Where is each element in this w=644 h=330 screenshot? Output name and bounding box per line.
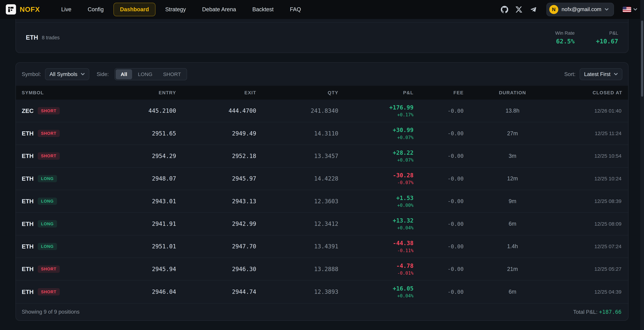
table-row[interactable]: ETH LONG 2943.01 2943.13 12.3603 +1.53 +…	[16, 190, 628, 213]
row-pnl: +1.53 +0.00%	[344, 195, 419, 208]
row-pnl-percent: +0.04%	[350, 225, 414, 230]
row-fee: -0.00	[419, 266, 470, 272]
github-icon[interactable]	[501, 6, 508, 13]
summary-trades-count: 8 trades	[42, 35, 60, 41]
table-row[interactable]: ETH LONG 2941.91 2942.99 12.3412 +13.32 …	[16, 213, 628, 235]
row-entry: 445.2100	[94, 107, 182, 114]
row-fee: -0.00	[419, 153, 470, 159]
side-filter-long[interactable]: LONG	[133, 69, 157, 79]
row-pnl-percent: +0.07%	[350, 135, 414, 140]
row-pnl: -30.28 -0.07%	[344, 172, 419, 185]
row-qty: 12.3412	[262, 220, 344, 227]
user-email: nofx@gmail.com	[562, 6, 601, 13]
row-duration: 27m	[470, 130, 556, 137]
row-closed-at: 12/25 04:39	[556, 289, 628, 295]
nav-item-debate-arena[interactable]: Debate Arena	[196, 3, 243, 17]
side-badge: LONG	[38, 220, 57, 227]
table-body: ZEC SHORT 445.2100 444.4700 241.8340 +17…	[16, 100, 628, 303]
nav-item-backtest[interactable]: Backtest	[246, 3, 280, 17]
row-symbol: ETH	[22, 243, 34, 250]
side-badge: LONG	[38, 175, 57, 182]
row-pnl: +16.05 +0.04%	[344, 285, 419, 298]
row-entry: 2943.01	[94, 198, 182, 205]
table-row[interactable]: ETH SHORT 2946.04 2944.74 12.3893 +16.05…	[16, 280, 628, 303]
row-closed-at: 12/25 10:54	[556, 153, 628, 159]
row-closed-at: 12/25 10:24	[556, 176, 628, 182]
showing-count: Showing 9 of 9 positions	[22, 309, 80, 315]
row-fee: -0.00	[419, 221, 470, 227]
side-filter-short[interactable]: SHORT	[158, 69, 186, 79]
sort-label: Sort:	[564, 71, 576, 77]
side-filter-group: AllLONGSHORT	[114, 68, 187, 81]
row-pnl-value: -30.28	[350, 172, 414, 179]
row-entry: 2948.07	[94, 175, 182, 182]
row-closed-at: 12/26 01:40	[556, 108, 628, 114]
x-icon[interactable]	[515, 6, 522, 13]
row-fee: -0.00	[419, 198, 470, 204]
row-exit: 2945.97	[182, 175, 262, 182]
symbol-filter-value: All Symbols	[50, 71, 77, 77]
row-exit: 2944.74	[182, 288, 262, 295]
chevron-down-icon	[604, 8, 609, 11]
row-duration: 3m	[470, 153, 556, 159]
nav-item-config[interactable]: Config	[81, 3, 110, 17]
brand-title[interactable]: NOFX	[20, 6, 40, 14]
page-scrollbar[interactable]	[640, 0, 644, 330]
row-pnl-percent: +0.17%	[350, 112, 414, 117]
row-entry: 2951.65	[94, 130, 182, 137]
summary-divider	[16, 19, 628, 23]
nav-item-faq[interactable]: FAQ	[284, 3, 308, 17]
table-footer: Showing 9 of 9 positions Total P&L: +187…	[16, 303, 628, 320]
summary-row-eth[interactable]: ETH 8 trades Win Rate 62.5% P&L +10.67	[16, 23, 628, 53]
nav-item-dashboard[interactable]: Dashboard	[114, 3, 156, 17]
language-flag-icon	[623, 7, 631, 13]
side-filter-label: Side:	[96, 71, 109, 77]
row-fee: -0.00	[419, 108, 470, 114]
column-header-duration: DURATION	[470, 90, 556, 96]
row-fee: -0.00	[419, 289, 470, 295]
summary-symbol: ETH	[26, 34, 38, 41]
scrollbar-thumb[interactable]	[641, 21, 643, 97]
user-menu[interactable]: N nofx@gmail.com	[546, 3, 614, 16]
language-selector[interactable]	[623, 7, 638, 13]
row-pnl: +28.22 +0.07%	[344, 149, 419, 163]
row-fee: -0.00	[419, 130, 470, 136]
symbol-filter-select[interactable]: All Symbols	[45, 68, 89, 80]
nav-item-strategy[interactable]: Strategy	[159, 3, 192, 17]
row-duration: 13.8h	[470, 108, 556, 114]
chevron-down-icon	[614, 73, 618, 76]
row-fee: -0.00	[419, 243, 470, 249]
row-duration: 6m	[470, 289, 556, 295]
row-duration: 6m	[470, 221, 556, 227]
row-pnl-value: +28.22	[350, 149, 414, 156]
positions-card: Symbol: All Symbols Side: AllLONGSHORT S…	[16, 62, 628, 321]
table-row[interactable]: ETH SHORT 2945.94 2946.30 13.2888 -4.78 …	[16, 258, 628, 280]
symbol-filter-label: Symbol:	[22, 71, 41, 77]
row-closed-at: 12/25 05:27	[556, 266, 628, 272]
row-pnl-value: -44.38	[350, 240, 414, 246]
table-row[interactable]: ZEC SHORT 445.2100 444.4700 241.8340 +17…	[16, 100, 628, 122]
row-entry: 2954.29	[94, 153, 182, 159]
nofx-logo-icon[interactable]	[6, 4, 16, 15]
table-row[interactable]: ETH SHORT 2954.29 2952.18 13.3457 +28.22…	[16, 145, 628, 167]
row-pnl-value: +16.05	[350, 285, 414, 292]
table-row[interactable]: ETH SHORT 2951.65 2949.49 14.3110 +30.99…	[16, 122, 628, 145]
chevron-down-icon	[81, 73, 85, 76]
telegram-icon[interactable]	[530, 6, 537, 13]
row-symbol: ETH	[22, 198, 34, 205]
row-qty: 13.3457	[262, 153, 344, 159]
column-header-symbol: SYMBOL	[16, 90, 94, 96]
nav-right: N nofx@gmail.com	[501, 3, 637, 16]
row-closed-at: 12/25 07:24	[556, 244, 628, 249]
row-symbol: ETH	[22, 266, 34, 272]
table-row[interactable]: ETH LONG 2948.07 2945.97 14.4228 -30.28 …	[16, 168, 628, 190]
side-filter-all[interactable]: All	[116, 69, 132, 79]
table-row[interactable]: ETH LONG 2951.01 2947.70 13.4391 -44.38 …	[16, 235, 628, 258]
filter-bar: Symbol: All Symbols Side: AllLONGSHORT S…	[16, 63, 628, 86]
sort-select[interactable]: Latest First	[580, 68, 622, 80]
nofx-logo-glyph	[8, 7, 14, 12]
symbol-summary-card: ETH 8 trades Win Rate 62.5% P&L +10.67	[16, 19, 628, 53]
pnl-stat: P&L +10.67	[596, 31, 618, 45]
row-entry: 2951.01	[94, 243, 182, 250]
nav-item-live[interactable]: Live	[55, 3, 78, 17]
